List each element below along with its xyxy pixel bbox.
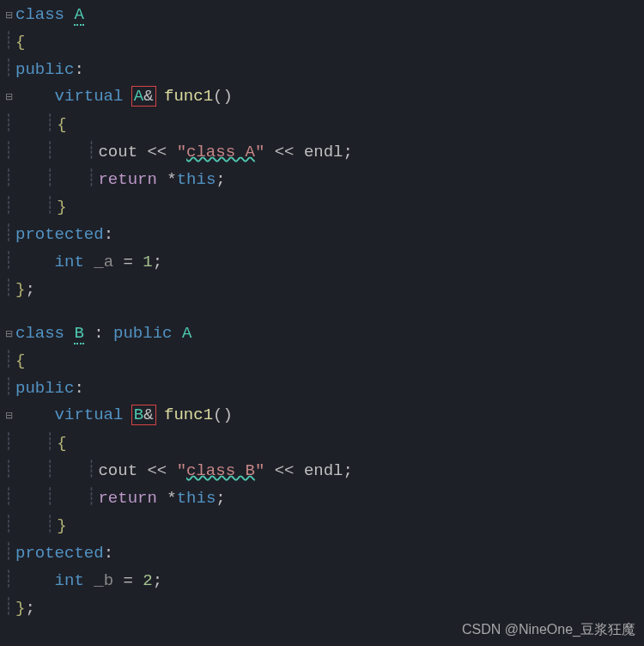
string-literal: "class B" [177, 460, 265, 479]
keyword-public: public [113, 324, 172, 343]
code-line: ┊{ [3, 347, 644, 375]
code-line: ┊ ┊ ┊return *this; [3, 484, 644, 512]
indent-guide: ┊ [3, 276, 14, 302]
keyword-virtual: virtual [55, 87, 124, 106]
keyword-int: int [55, 571, 84, 590]
code-line: ┊{ [3, 28, 644, 56]
number-literal: 2 [143, 571, 152, 590]
indent-guide: ┊ [3, 193, 14, 220]
indent-guide: ┊ [3, 430, 14, 456]
code-line: ⊟ virtual A& func1() [3, 83, 644, 110]
class-name: A [74, 5, 83, 26]
indent-guide: ┊ [3, 539, 14, 566]
indent-guide: ┊ [3, 111, 14, 137]
indent-guide: ┊ [3, 138, 14, 165]
keyword-protected: protected [15, 225, 104, 244]
keyword-protected: protected [15, 544, 104, 563]
member-variable: _b [94, 571, 113, 590]
indent-guide: ┊ [86, 138, 96, 165]
indent-guide: ┊ [45, 111, 55, 137]
indent-guide: ┊ [3, 56, 14, 82]
indent-guide: ┊ [45, 484, 55, 511]
member-variable: _a [94, 253, 113, 271]
keyword-public: public [15, 60, 74, 79]
indent-guide: ┊ [3, 375, 14, 401]
indent-guide: ┊ [86, 457, 96, 484]
code-line: ┊ int _b = 2; [3, 567, 644, 594]
code-line: ⊟ virtual B& func1() [3, 402, 644, 429]
watermark: CSDN @NineOne_豆浆狂魔 [462, 619, 635, 641]
cout: cout [98, 460, 137, 479]
highlight-box: A& [131, 86, 156, 107]
indent-guide: ┊ [3, 512, 14, 539]
keyword-this: this [177, 488, 216, 507]
number-literal: 1 [143, 253, 152, 271]
base-class: A [182, 324, 191, 343]
indent-guide: ┊ [45, 193, 55, 220]
indent-guide: ┊ [45, 166, 55, 192]
code-line: ⊟class B : public A [3, 320, 644, 347]
code-line: ┊ ┊ ┊return *this; [3, 166, 644, 193]
code-line: ┊protected: [3, 539, 644, 567]
code-line: ┊ ┊ ┊cout << "class B" << endl; [3, 457, 644, 484]
class-name: B [74, 324, 83, 344]
fold-minus-icon[interactable]: ⊟ [3, 88, 14, 104]
indent-guide: ┊ [3, 484, 14, 511]
fold-minus-icon[interactable]: ⊟ [3, 7, 14, 22]
code-line: ┊ ┊{ [3, 111, 644, 138]
function-name: func1 [164, 405, 213, 424]
indent-guide: ┊ [3, 221, 14, 247]
indent-guide: ┊ [3, 567, 14, 594]
code-line: ┊protected: [3, 221, 644, 248]
indent-guide: ┊ [45, 512, 55, 539]
code-line: ┊public: [3, 56, 644, 83]
code-line: ┊ ┊ ┊cout << "class A" << endl; [3, 138, 644, 166]
string-literal: "class A" [177, 142, 265, 161]
highlight-box: B& [131, 405, 156, 425]
keyword-virtual: virtual [55, 405, 124, 424]
indent-guide: ┊ [3, 594, 14, 621]
indent-guide: ┊ [86, 166, 96, 192]
indent-guide: ┊ [3, 166, 14, 192]
keyword-class: class [15, 324, 64, 343]
indent-guide: ┊ [45, 457, 55, 484]
code-line: ┊ ┊} [3, 512, 644, 539]
indent-guide: ┊ [45, 138, 55, 165]
function-name: func1 [164, 87, 213, 106]
code-line: ┊public: [3, 375, 644, 402]
indent-guide: ┊ [45, 430, 55, 456]
indent-guide: ┊ [86, 484, 96, 511]
keyword-class: class [15, 5, 64, 24]
code-line: ┊ ┊} [3, 193, 644, 221]
keyword-public: public [15, 379, 74, 398]
keyword-return: return [98, 488, 156, 507]
code-line: ┊}; [3, 276, 644, 303]
keyword-int: int [55, 253, 84, 271]
fold-minus-icon[interactable]: ⊟ [3, 407, 14, 423]
indent-guide: ┊ [3, 347, 14, 374]
indent-guide: ┊ [3, 457, 14, 484]
code-line: ┊ int _a = 1; [3, 248, 644, 276]
indent-guide: ┊ [3, 248, 14, 275]
indent-guide: ┊ [3, 28, 14, 55]
fold-minus-icon[interactable]: ⊟ [3, 326, 14, 341]
keyword-return: return [98, 170, 156, 189]
code-line: ┊ ┊{ [3, 430, 644, 457]
keyword-this: this [177, 170, 216, 189]
cout: cout [98, 142, 137, 161]
blank-line [3, 303, 644, 320]
code-line: ⊟class A [3, 2, 644, 28]
brace: { [15, 33, 25, 52]
